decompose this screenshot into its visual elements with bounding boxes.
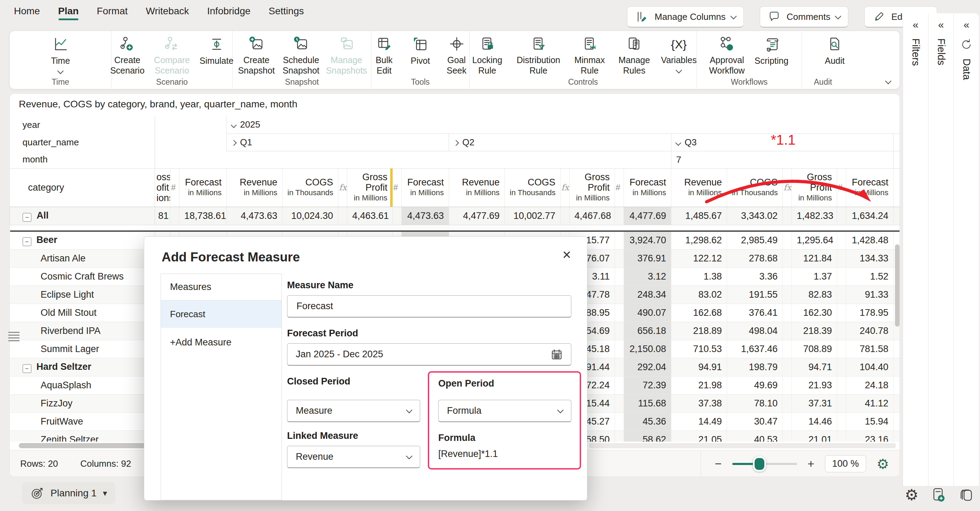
column-header-forecast[interactable]: Forecastin Millions xyxy=(402,168,449,207)
pivot-button[interactable]: Pivot xyxy=(402,35,439,76)
column-header-forecast[interactable]: Forecastin Millions xyxy=(624,168,671,207)
cell[interactable]: 14.46 xyxy=(792,412,837,431)
cell[interactable]: 83.02 xyxy=(671,286,727,303)
cell[interactable]: 1,637.46 xyxy=(727,340,783,358)
column-header-cogs[interactable]: COGSin Thousands xyxy=(283,168,338,207)
cell[interactable]: 18,738.61 xyxy=(180,207,227,225)
column-header-rev[interactable]: Revenuein Millions xyxy=(449,168,505,207)
cell[interactable]: 134.33 xyxy=(846,249,894,267)
cell[interactable]: 94.71 xyxy=(792,358,837,376)
menu-item-home[interactable]: Home xyxy=(14,6,40,17)
column-header-cogs[interactable]: COGSin Thousands xyxy=(505,168,560,207)
grid-settings-gear-icon[interactable]: ⚙ xyxy=(877,457,889,471)
cell[interactable]: 104.40 xyxy=(846,358,894,376)
locking-rule-button[interactable]: LockingRule xyxy=(465,35,510,76)
cell[interactable]: 82.83 xyxy=(792,286,837,303)
create-scenario-button[interactable]: CreateScenario xyxy=(105,35,150,76)
cell[interactable]: 490.07 xyxy=(624,303,671,322)
year-header-2025[interactable]: 2025 xyxy=(227,116,900,134)
cell[interactable]: 10,024.30 xyxy=(283,207,338,225)
cell[interactable]: 1.37 xyxy=(792,267,837,286)
menu-item-writeback[interactable]: Writeback xyxy=(146,6,189,17)
cell[interactable]: 162.68 xyxy=(671,303,727,322)
zoom-out-button[interactable]: − xyxy=(715,457,722,471)
closed-period-dropdown[interactable]: Measure xyxy=(287,400,420,422)
variables-button[interactable]: {X} Variables xyxy=(657,35,701,76)
row-header-summit-lager[interactable]: Summit Lager xyxy=(10,340,155,358)
compare-scenario-button[interactable]: CompareScenario xyxy=(150,35,194,76)
cell[interactable]: 37.31 xyxy=(792,394,837,412)
zoom-slider[interactable] xyxy=(732,463,797,465)
cell[interactable]: 45.36 xyxy=(624,412,671,431)
cell[interactable]: 4,477.69 xyxy=(624,207,671,225)
row-header-fizzjoy[interactable]: FizzJoy xyxy=(10,394,155,412)
open-period-dropdown[interactable]: Formula xyxy=(438,400,571,422)
cell[interactable]: 14.49 xyxy=(671,412,727,431)
row-header-old-mill-stout[interactable]: Old Mill Stout xyxy=(10,303,155,322)
cell[interactable]: 240.78 xyxy=(846,322,894,340)
cell[interactable]: 1.38 xyxy=(671,267,727,286)
menu-item-infobridge[interactable]: Infobridge xyxy=(207,6,251,17)
manage-columns-button[interactable]: Manage Columns xyxy=(627,6,744,27)
add-measure-button[interactable]: +Add Measure xyxy=(161,328,282,357)
cell[interactable]: 121.84 xyxy=(792,249,837,267)
cell[interactable]: 21.93 xyxy=(792,376,837,394)
refresh-icon[interactable] xyxy=(960,38,973,51)
filters-panel-tab[interactable]: « Filters xyxy=(903,13,928,486)
row-header-riverbend-ipa[interactable]: Riverbend IPA xyxy=(10,322,155,340)
menu-item-plan[interactable]: Plan xyxy=(58,6,79,17)
cell[interactable]: 15.94 xyxy=(846,412,894,431)
cell[interactable]: 37.38 xyxy=(671,394,727,412)
column-header-forecast[interactable]: Forecastin Millions xyxy=(180,168,227,207)
vertical-scrollbar-thumb[interactable] xyxy=(895,244,899,327)
cell[interactable]: 656.18 xyxy=(624,322,671,340)
expand-panel-icon[interactable]: « xyxy=(964,19,970,31)
zoom-in-button[interactable]: + xyxy=(808,457,815,471)
row-header-artisan-ale[interactable]: Artisan Ale xyxy=(10,249,155,267)
cell[interactable]: 292.04 xyxy=(624,358,671,376)
cell[interactable]: 72.39 xyxy=(624,376,671,394)
cell[interactable]: 191.55 xyxy=(727,286,783,303)
cell[interactable]: 115.68 xyxy=(624,394,671,412)
cell[interactable]: 1,295.64 xyxy=(792,231,837,249)
comments-button[interactable]: Comments xyxy=(760,6,849,27)
cell[interactable]: 708.89 xyxy=(792,340,837,358)
cell[interactable]: 1,298.62 xyxy=(671,231,727,249)
measure-list-item-forecast[interactable]: Forecast xyxy=(161,300,282,328)
cell[interactable]: 30.47 xyxy=(727,412,783,431)
approval-workflow-button[interactable]: ApprovalWorkflow xyxy=(705,35,749,76)
cell[interactable]: 78.10 xyxy=(727,394,783,412)
menu-item-settings[interactable]: Settings xyxy=(269,6,304,17)
cell[interactable]: 49.69 xyxy=(727,376,783,394)
cell[interactable]: 21.01 xyxy=(792,431,837,442)
cell[interactable]: 40.53 xyxy=(727,431,783,442)
cell[interactable]: 10,002.77 xyxy=(505,207,560,225)
collapse-tree-icon[interactable]: − xyxy=(23,364,31,373)
cell[interactable]: 122.12 xyxy=(671,249,727,267)
distribution-rule-button[interactable]: DistributionRule xyxy=(510,35,568,76)
cell[interactable]: 23.16 xyxy=(846,431,894,442)
create-snapshot-button[interactable]: CreateSnapshot xyxy=(234,35,279,76)
cell[interactable]: 1.52 xyxy=(846,267,894,286)
cell[interactable]: 91.33 xyxy=(846,286,894,303)
cell[interactable]: 376.91 xyxy=(624,249,671,267)
cell[interactable]: 2,985.49 xyxy=(727,231,783,249)
quarter-header-q2[interactable]: Q2 xyxy=(449,134,671,151)
row-header-aquasplash[interactable]: AquaSplash xyxy=(10,376,155,394)
audit-button[interactable]: Audit xyxy=(813,35,857,76)
settings-gear-icon[interactable]: ⚙ xyxy=(905,487,918,503)
cell[interactable]: 3,924.70 xyxy=(624,231,671,249)
cell[interactable]: 21.98 xyxy=(671,376,727,394)
minmax-rule-button[interactable]: MinmaxRule xyxy=(568,35,612,76)
cell[interactable]: 248.34 xyxy=(624,286,671,303)
time-button[interactable]: Time xyxy=(38,35,83,76)
cell[interactable]: 198.79 xyxy=(727,358,783,376)
cell[interactable]: 218.39 xyxy=(792,322,837,340)
cell[interactable]: 178.95 xyxy=(846,303,894,322)
manage-rules-button[interactable]: ManageRules xyxy=(612,35,657,76)
horizontal-scrollbar-track[interactable] xyxy=(589,443,896,448)
cell[interactable]: 498.04 xyxy=(727,322,783,340)
cell[interactable]: 21.05 xyxy=(671,431,727,442)
cell[interactable]: 2,150.08 xyxy=(624,340,671,358)
cell[interactable]: 3.12 xyxy=(624,267,671,286)
